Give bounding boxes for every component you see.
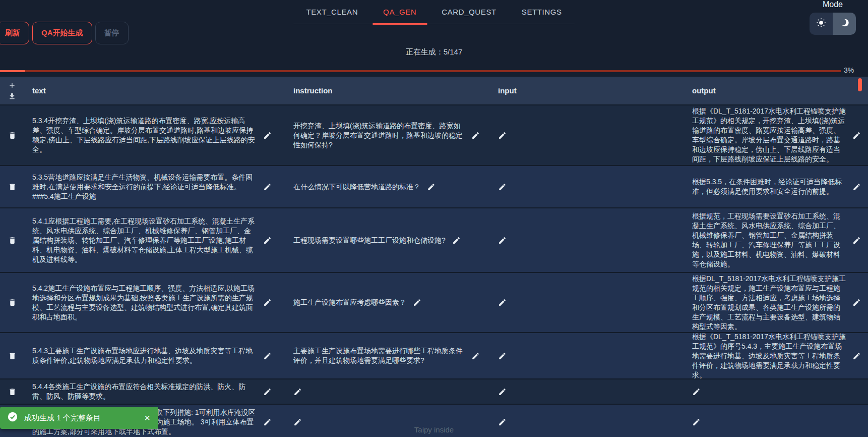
refresh-button[interactable]: 刷新 [0, 22, 29, 44]
sun-icon [816, 17, 827, 30]
delete-row-icon[interactable] [8, 352, 17, 360]
cell-text-value: 5.3.5营地道路应按满足生产生活物资、机械设备运输需要布置。条件困难时,在满足… [32, 173, 257, 201]
table-row: 5.3.5营地道路应按满足生产生活物资、机械设备运输需要布置。条件困难时,在满足… [0, 165, 868, 207]
edit-input-icon[interactable] [498, 388, 507, 396]
row-tool-cell [0, 105, 24, 165]
table-row: 5.4.1应根据工程施工需要,在工程现场设置砂石加工系统、混凝土生产系统、风水电… [0, 207, 868, 272]
edit-text-icon[interactable] [263, 388, 272, 396]
cell-instruction [283, 405, 492, 437]
edit-output-icon[interactable] [692, 388, 701, 396]
edit-instruction-icon[interactable] [427, 183, 436, 191]
cell-output: 根据规范，工程现场需要设置砂石加工系统、混凝土生产系统、风水电供应系统、综合加工… [687, 208, 868, 272]
download-icon[interactable] [8, 92, 16, 100]
cell-output: 根据《DL_T_5181-2017水电水利工程锚喷支护施工规范》的相关规定，开挖… [687, 105, 868, 165]
delete-row-icon[interactable] [8, 388, 17, 396]
edit-output-icon[interactable] [852, 183, 861, 191]
cell-text-value: 5.4.1应根据工程施工需要,在工程现场设置砂石加工系统、混凝土生产系统、风水电… [32, 216, 257, 264]
table-body: 5.3.4开挖弃渣、上坝填(浇)筑运输道路的布置密度、路宽,应按运输高差、强度、… [0, 104, 868, 437]
cell-output [687, 405, 868, 437]
cell-input [492, 105, 687, 165]
top-tab-bar: TEXT_CLEAN QA_GEN CARD_QUEST SETTINGS [293, 0, 574, 24]
row-tool-cell [0, 208, 24, 272]
edit-instruction-icon[interactable] [452, 236, 461, 245]
edit-text-icon[interactable] [263, 183, 272, 191]
cell-text: 5.4.4各类施工生产设施的布置应符合相关标准规定的防洪、防火、防雷、防风、防砸… [24, 379, 283, 404]
table-header: text instruction input output [0, 77, 868, 104]
edit-input-icon[interactable] [498, 418, 507, 426]
column-header-output[interactable]: output [687, 77, 868, 104]
vertical-scrollbar-thumb[interactable] [858, 78, 862, 91]
edit-text-icon[interactable] [263, 418, 272, 426]
tab-text-clean[interactable]: TEXT_CLEAN [293, 0, 370, 24]
qa-data-table: text instruction input output 5.3.4开挖弃渣、… [0, 77, 868, 437]
edit-output-icon[interactable] [852, 298, 861, 307]
cell-output [687, 379, 868, 404]
cell-instruction: 主要施工生产设施布置场地需要进行哪些工程地质条件评价，并且建筑物场地需要满足哪些… [283, 333, 492, 378]
cell-instruction: 工程现场需要设置哪些施工工厂设施和仓储设施? [283, 208, 492, 272]
edit-instruction-icon[interactable] [293, 388, 302, 396]
edit-input-icon[interactable] [498, 352, 507, 360]
row-tool-cell [0, 166, 24, 207]
delete-row-icon[interactable] [8, 298, 17, 307]
table-row: 5.3.4开挖弃渣、上坝填(浇)筑运输道路的布置密度、路宽,应按运输高差、强度、… [0, 104, 868, 165]
cell-instruction-value: 主要施工生产设施布置场地需要进行哪些工程地质条件评价，并且建筑物场地需要满足哪些… [293, 346, 465, 365]
cell-instruction: 在什么情况下可以降低营地道路的标准？ [283, 166, 492, 207]
cell-output-value: 根据DL_T_5181-2017水电水利工程锚喷支护施工规范的相关规定，施工生产… [692, 274, 846, 332]
delete-row-icon[interactable] [8, 183, 17, 191]
edit-text-icon[interactable] [263, 298, 272, 307]
edit-text-icon[interactable] [263, 236, 272, 245]
cell-instruction: 施工生产设施布置应考虑哪些因素？ [283, 273, 492, 332]
cell-text-value: 5.4.4各类施工生产设施的布置应符合相关标准规定的防洪、防火、防雷、防风、防砸… [32, 382, 257, 401]
moon-icon [839, 17, 850, 30]
toast-close-icon[interactable]: × [143, 413, 151, 423]
edit-input-icon[interactable] [498, 298, 507, 307]
cell-output-value: 根据规范，工程现场需要设置砂石加工系统、混凝土生产系统、风水电供应系统、综合加工… [692, 211, 846, 269]
tab-card-quest[interactable]: CARD_QUEST [429, 0, 509, 24]
dark-mode-button[interactable] [833, 13, 856, 35]
table-row: 5.4.2施工生产设施布置应与工程施工顺序、强度、方法相适应,以施工场地选择和分… [0, 272, 868, 332]
edit-input-icon[interactable] [498, 183, 507, 191]
edit-input-icon[interactable] [498, 131, 507, 140]
edit-instruction-icon[interactable] [293, 418, 302, 426]
add-row-icon[interactable] [8, 81, 16, 89]
qa-start-button[interactable]: QA开始生成 [32, 22, 92, 44]
pause-button[interactable]: 暂停 [95, 22, 129, 44]
cell-text-value: 5.3.4开挖弃渣、上坝填(浇)筑运输道路的布置密度、路宽,应按运输高差、强度、… [32, 116, 257, 154]
cell-instruction-value: 施工生产设施布置应考虑哪些因素？ [293, 298, 406, 307]
cell-instruction-value: 开挖弃渣、上坝填(浇)筑运输道路的布置密度、路宽如何确定？岸坡分层布置交通道路时… [293, 121, 465, 150]
edit-instruction-icon[interactable] [471, 131, 480, 140]
generation-status: 正在生成：5/147 [0, 47, 868, 57]
cell-output: 根据DL_T_5181-2017水电水利工程锚喷支护施工规范的相关规定，施工生产… [687, 273, 868, 332]
column-header-text[interactable]: text [24, 77, 283, 104]
edit-output-icon[interactable] [852, 236, 861, 245]
cell-input [492, 166, 687, 207]
edit-output-icon[interactable] [852, 352, 861, 360]
cell-text: 5.3.5营地道路应按满足生产生活物资、机械设备运输需要布置。条件困难时,在满足… [24, 166, 283, 207]
delete-row-icon[interactable] [8, 131, 17, 140]
column-header-input[interactable]: input [492, 77, 687, 104]
cell-input [492, 208, 687, 272]
cell-text-value: 5.4.2施工生产设施布置应与工程施工顺序、强度、方法相适应,以施工场地选择和分… [32, 284, 257, 322]
cell-text: 5.4.1应根据工程施工需要,在工程现场设置砂石加工系统、混凝土生产系统、风水电… [24, 208, 283, 272]
theme-toggle [810, 13, 856, 35]
edit-output-icon[interactable] [692, 418, 701, 426]
delete-row-icon[interactable] [8, 236, 17, 245]
tab-qa-gen[interactable]: QA_GEN [370, 0, 429, 24]
action-toolbar: 刷新 QA开始生成 暂停 [0, 22, 129, 44]
progress-percent-label: 3% [844, 66, 854, 74]
taipy-brand: Taipy inside [414, 425, 454, 434]
cell-text: 5.4.3主要施工生产设施布置场地应进行地基、边坡及地质灾害等工程地质条件评价,… [24, 333, 283, 378]
edit-input-icon[interactable] [498, 236, 507, 245]
mode-label: Mode [810, 0, 856, 9]
table-row: 5.4.3主要施工生产设施布置场地应进行地基、边坡及地质灾害等工程地质条件评价,… [0, 332, 868, 378]
edit-text-icon[interactable] [263, 352, 272, 360]
edit-text-icon[interactable] [263, 131, 272, 140]
cell-instruction-value: 在什么情况下可以降低营地道路的标准？ [293, 182, 420, 192]
tab-settings[interactable]: SETTINGS [509, 0, 575, 24]
light-mode-button[interactable] [810, 13, 833, 35]
column-header-instruction[interactable]: instruction [283, 77, 492, 104]
cell-output-value: 根据《DL_T_5181-2017水电水利工程锚喷支护施工规范》的序号5.4.3… [692, 332, 846, 380]
edit-instruction-icon[interactable] [471, 352, 480, 360]
edit-instruction-icon[interactable] [413, 298, 421, 307]
edit-output-icon[interactable] [852, 131, 861, 140]
